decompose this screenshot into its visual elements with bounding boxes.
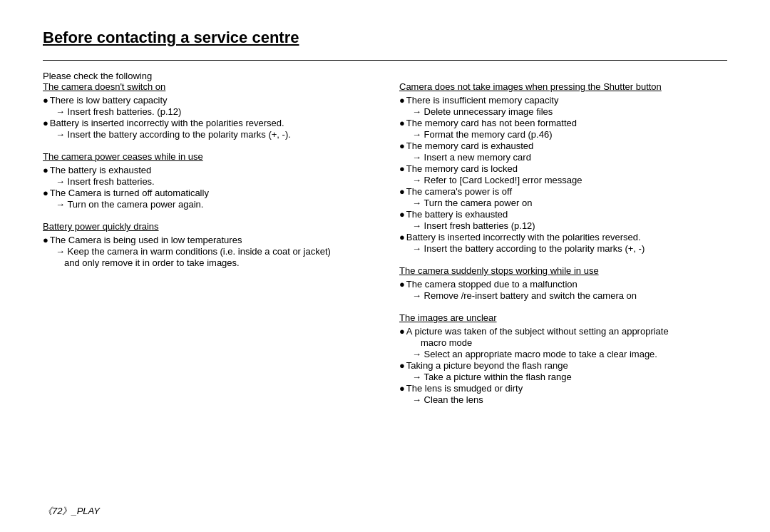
bullet-dot: ● <box>43 95 48 106</box>
section-heading-images-unclear: The images are unclear <box>399 312 727 323</box>
arrow-item: → Remove /re-insert battery and switch t… <box>399 290 727 301</box>
bullet-dot: ● <box>399 140 405 151</box>
bullet-text: The camera stopped due to a malfunction <box>406 279 578 290</box>
bullet-item: ●The camera stopped due to a malfunction <box>399 279 727 290</box>
arrow-item: → Insert fresh batteries (p.12) <box>399 220 727 231</box>
bullet-text: Battery is inserted incorrectly with the… <box>406 232 641 242</box>
bullet-dot: ● <box>399 279 405 290</box>
bullet-text: There is insufficient memory capacity <box>406 95 559 106</box>
section-camera-power-ceases: The camera power ceases while in use●The… <box>43 151 371 210</box>
bullet-text: There is low battery capacity <box>50 95 168 106</box>
bullet-dot: ● <box>399 163 405 174</box>
bullet-dot: ● <box>399 360 405 371</box>
bullet-text: The memory card is exhausted <box>406 140 533 151</box>
page-footer: 《72》_PLAY <box>43 505 100 518</box>
arrow-item: → Keep the camera in warm conditions (i.… <box>43 246 371 257</box>
bullet-item: ●The memory card has not been formatted <box>399 118 727 128</box>
arrow-item: → Take a picture within the flash range <box>399 372 727 382</box>
arrow-item: → Clean the lens <box>399 394 727 405</box>
bullet-dot: ● <box>43 165 48 175</box>
bullet-text: The battery is exhausted <box>406 209 508 220</box>
bullet-item: ●There is low battery capacity <box>43 95 371 106</box>
bullet-text: The lens is smudged or dirty <box>406 383 523 394</box>
section-camera-stops: The camera suddenly stops working while … <box>399 265 727 301</box>
bullet-item: ●Battery is inserted incorrectly with th… <box>43 118 371 128</box>
arrow-item: → Insert the battery according to the po… <box>399 243 727 254</box>
bullet-item: ●The Camera is turned off automatically <box>43 188 371 198</box>
bullet-text: Battery is inserted incorrectly with the… <box>50 118 284 128</box>
section-heading-camera-stops: The camera suddenly stops working while … <box>399 265 727 276</box>
arrow-item: → Format the memory card (p.46) <box>399 129 727 140</box>
bullet-text: The battery is exhausted <box>50 165 151 175</box>
bullet-item: ●The lens is smudged or dirty <box>399 383 727 394</box>
bullet-text: Taking a picture beyond the flash range <box>406 360 568 371</box>
bullet-text: A picture was taken of the subject witho… <box>406 326 669 337</box>
bullet-dot: ● <box>43 188 48 198</box>
arrow-item: → Refer to [Card Locked!] error message <box>399 175 727 185</box>
arrow-item: → Insert fresh batteries. <box>43 176 371 187</box>
bullet-text: The camera's power is off <box>406 186 512 197</box>
bullet-dot: ● <box>399 209 405 220</box>
bullet-dot: ● <box>399 118 405 128</box>
bullet-item: ●Battery is inserted incorrectly with th… <box>399 232 727 242</box>
left-column: The camera doesn't switch on●There is lo… <box>43 81 371 416</box>
two-column-layout: The camera doesn't switch on●There is lo… <box>43 81 727 416</box>
section-heading-camera-no-take: Camera does not take images when pressin… <box>399 81 727 92</box>
page-title: Before contacting a service centre <box>43 29 727 47</box>
bullet-dot: ● <box>399 186 405 197</box>
bullet-text: The Camera is being used in low temperat… <box>50 235 242 245</box>
bullet-item: ●The memory card is locked <box>399 163 727 174</box>
arrow-item-indent: macro mode <box>399 337 727 348</box>
right-column: Camera does not take images when pressin… <box>399 81 727 416</box>
bullet-item: ●The battery is exhausted <box>399 209 727 220</box>
bullet-dot: ● <box>399 232 405 242</box>
page-container: Before contacting a service centre Pleas… <box>0 0 770 532</box>
bullet-item: ●The battery is exhausted <box>43 165 371 175</box>
bullet-item: ●The Camera is being used in low tempera… <box>43 235 371 245</box>
bullet-dot: ● <box>399 95 405 106</box>
bullet-text: The Camera is turned off automatically <box>50 188 209 198</box>
section-heading-camera-no-switch: The camera doesn't switch on <box>43 81 371 92</box>
bullet-item: ●The memory card is exhausted <box>399 140 727 151</box>
section-heading-camera-power-ceases: The camera power ceases while in use <box>43 151 371 162</box>
arrow-item: → Insert fresh batteries. (p.12) <box>43 106 371 117</box>
section-camera-no-switch: The camera doesn't switch on●There is lo… <box>43 81 371 140</box>
bullet-text: The memory card has not been formatted <box>406 118 577 128</box>
bullet-dot: ● <box>43 235 48 245</box>
bullet-dot: ● <box>43 118 48 128</box>
intro-text: Please check the following <box>43 71 152 81</box>
bullet-item: ●There is insufficient memory capacity <box>399 95 727 106</box>
bullet-dot: ● <box>399 326 405 337</box>
section-camera-no-take: Camera does not take images when pressin… <box>399 81 727 254</box>
section-battery-drains: Battery power quickly drains●The Camera … <box>43 221 371 268</box>
bullet-text: The memory card is locked <box>406 163 518 174</box>
arrow-item: → Select an appropriate macro mode to ta… <box>399 349 727 359</box>
arrow-item: → Turn the camera power on <box>399 198 727 208</box>
bullet-dot: ● <box>399 383 405 394</box>
title-divider <box>43 60 727 61</box>
arrow-item: → Insert the battery according to the po… <box>43 129 371 140</box>
arrow-item: → Insert a new memory card <box>399 152 727 163</box>
bullet-item: ●The camera's power is off <box>399 186 727 197</box>
section-images-unclear: The images are unclear●A picture was tak… <box>399 312 727 405</box>
arrow-item-indent: and only remove it in order to take imag… <box>43 257 371 268</box>
bullet-item: ●Taking a picture beyond the flash range <box>399 360 727 371</box>
bullet-item: ●A picture was taken of the subject with… <box>399 326 727 337</box>
arrow-item: → Turn on the camera power again. <box>43 199 371 210</box>
arrow-item: → Delete unnecessary image files <box>399 106 727 117</box>
section-heading-battery-drains: Battery power quickly drains <box>43 221 371 232</box>
